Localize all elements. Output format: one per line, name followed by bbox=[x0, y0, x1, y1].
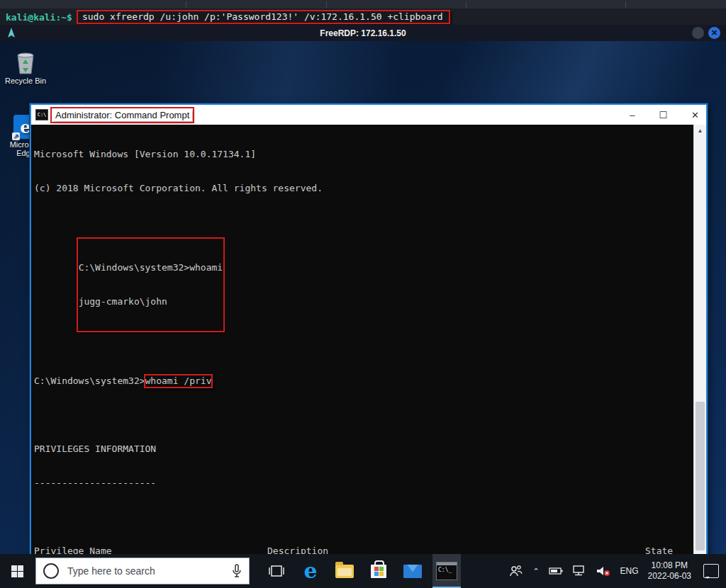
people-icon[interactable] bbox=[509, 565, 523, 577]
taskbar-file-explorer-button[interactable] bbox=[330, 554, 359, 588]
taskbar-mail-button[interactable] bbox=[398, 554, 427, 588]
screen: kali@kali:~$ sudo xfreerdp /u:john /p:'P… bbox=[0, 0, 726, 588]
taskbar-search-input[interactable]: Type here to search bbox=[35, 558, 250, 584]
action-center-icon[interactable] bbox=[703, 564, 719, 578]
task-view-button[interactable] bbox=[262, 554, 291, 588]
task-view-icon bbox=[269, 565, 284, 577]
cmd-maximize-button[interactable]: ☐ bbox=[659, 110, 667, 120]
windows-taskbar: Type here to search e bbox=[0, 554, 726, 588]
desktop-icon-recycle-bin[interactable]: Recycle Bin bbox=[3, 47, 48, 85]
console-prompt: C:\Windows\system32> bbox=[34, 375, 145, 386]
kali-window-strip bbox=[0, 0, 726, 9]
whoami-highlight: C:\Windows\system32>whoami jugg-cmarko\j… bbox=[79, 239, 223, 330]
network-icon[interactable] bbox=[572, 565, 586, 577]
clock-time: 10:08 PM bbox=[648, 560, 691, 571]
windows-desktop: Recycle Bin e ↗ Microsoft Edge C:\ Admin… bbox=[0, 41, 726, 554]
shortcut-arrow-icon: ↗ bbox=[12, 132, 20, 140]
console-banner-line: Microsoft Windows [Version 10.0.17134.1] bbox=[34, 149, 694, 160]
taskbar-edge-button[interactable]: e bbox=[296, 554, 325, 588]
strip-separator bbox=[466, 1, 467, 8]
battery-icon[interactable] bbox=[549, 567, 563, 575]
console-output[interactable]: Microsoft Windows [Version 10.0.17134.1]… bbox=[31, 125, 694, 564]
cmd-close-button[interactable]: ✕ bbox=[691, 110, 699, 120]
taskbar-clock[interactable]: 10:08 PM 2022-06-03 bbox=[648, 560, 691, 582]
scrollbar-up-arrow-icon[interactable]: ▲ bbox=[694, 125, 706, 137]
console-scrollbar[interactable]: ▲ ▼ bbox=[693, 125, 706, 564]
volume-muted-icon[interactable] bbox=[596, 565, 611, 577]
command-prompt-icon: C:\_ bbox=[436, 562, 457, 580]
tray-expand-chevron-icon[interactable]: ⌃ bbox=[532, 567, 539, 576]
file-explorer-icon bbox=[335, 565, 354, 578]
taskbar-command-prompt-button[interactable]: C:\_ bbox=[432, 554, 461, 588]
taskbar-store-button[interactable] bbox=[364, 554, 393, 588]
mail-icon bbox=[403, 565, 422, 578]
freerdp-close-button[interactable]: ✕ bbox=[708, 27, 720, 39]
microphone-icon[interactable] bbox=[232, 564, 242, 578]
cmd-window-title: Administrator: Command Prompt bbox=[52, 109, 192, 121]
console-prompt: C:\Windows\system32> bbox=[79, 262, 190, 273]
kali-terminal-line: kali@kali:~$ sudo xfreerdp /u:john /p:'P… bbox=[0, 9, 726, 25]
whoami-output: jugg-cmarko\john bbox=[79, 296, 223, 307]
windows-logo-icon bbox=[11, 565, 23, 577]
whoami-priv-highlight: whoami /priv bbox=[145, 375, 212, 387]
language-indicator[interactable]: ENG bbox=[620, 566, 639, 576]
freerdp-titlebar: FreeRDP: 172.16.1.50 ✕ bbox=[0, 25, 726, 41]
kali-prompt: kali@kali:~$ bbox=[6, 12, 72, 23]
desktop-icon-label: Recycle Bin bbox=[3, 77, 48, 85]
cortana-icon bbox=[43, 563, 59, 579]
strip-separator bbox=[186, 1, 186, 8]
search-placeholder: Type here to search bbox=[67, 565, 232, 577]
strip-separator bbox=[326, 1, 327, 8]
cmd-icon: C:\ bbox=[35, 109, 48, 120]
microsoft-store-icon bbox=[371, 565, 386, 578]
strip-separator bbox=[625, 1, 626, 8]
scrollbar-thumb[interactable] bbox=[696, 402, 705, 550]
kali-command-highlight[interactable]: sudo xfreerdp /u:john /p:'Password123!' … bbox=[77, 10, 450, 24]
privileges-heading: PRIVILEGES INFORMATION bbox=[34, 443, 694, 455]
start-button[interactable] bbox=[0, 554, 34, 588]
edge-icon: e bbox=[303, 560, 317, 582]
freerdp-minimize-button[interactable] bbox=[692, 27, 704, 39]
cmd-minimize-button[interactable]: – bbox=[630, 110, 635, 120]
console-banner-line: (c) 2018 Microsoft Corporation. All righ… bbox=[34, 183, 694, 194]
privileges-heading-underline: ---------------------- bbox=[34, 477, 694, 489]
freerdp-title: FreeRDP: 172.16.1.50 bbox=[0, 28, 726, 38]
command-prompt-window: C:\ Administrator: Command Prompt – ☐ ✕ … bbox=[30, 103, 708, 565]
clock-date: 2022-06-03 bbox=[648, 571, 691, 582]
cmd-titlebar[interactable]: C:\ Administrator: Command Prompt – ☐ ✕ bbox=[31, 105, 706, 125]
recycle-bin-icon bbox=[3, 47, 48, 75]
whoami-command: whoami bbox=[189, 262, 223, 273]
freerdp-icon bbox=[6, 28, 16, 39]
